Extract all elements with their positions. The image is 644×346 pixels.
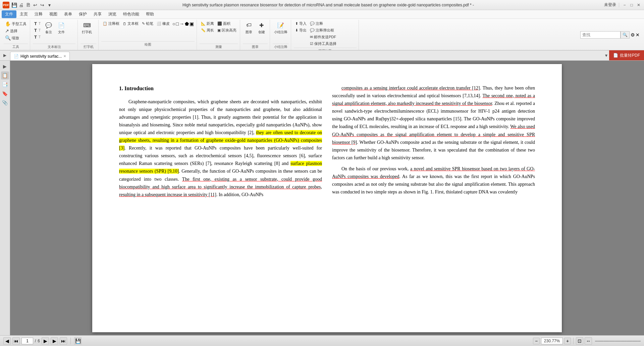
restore-button[interactable]: □ <box>629 2 634 8</box>
window-title: High senstivity surface plasmon resonanc… <box>52 3 604 7</box>
save-icon[interactable]: 💾 <box>11 2 17 8</box>
zoom-tool-btn[interactable]: 🔍缩放 <box>4 35 28 41</box>
status-bar: ◀ ⏮ / 6 ▶ ▶ ⏭ 💾 − 230.77% + ⊡ ↔ ────────… <box>0 335 644 346</box>
highlight-1: they are often used to decorate on graph… <box>119 130 322 151</box>
zoom-in-btn[interactable]: + <box>564 338 571 344</box>
stamp-btn[interactable]: 🏷 图章 <box>243 20 255 35</box>
menu-annotation[interactable]: 注释 <box>31 10 46 18</box>
distance-btn[interactable]: 📐距离 <box>200 20 215 27</box>
annotation-popup-btn[interactable]: 💬注释弹出框 <box>309 27 338 34</box>
create-stamp-btn[interactable]: ✚ 创建 <box>256 20 268 35</box>
arrow-shape-btn[interactable]: → <box>179 21 184 26</box>
sidebar-thumbnail-btn[interactable]: 📋 <box>1 71 9 79</box>
menu-file[interactable]: 文件 <box>2 10 16 18</box>
redo-icon[interactable]: ↪ <box>39 2 45 8</box>
rect-shape-btn[interactable]: □ <box>176 21 178 26</box>
menu-home[interactable]: 主页 <box>16 10 31 18</box>
search-settings-btn[interactable]: ⚙ <box>631 32 635 38</box>
circle-shape-btn[interactable]: ○ <box>172 21 175 26</box>
text-btn-3[interactable]: T T <box>33 34 42 40</box>
text-box-btn[interactable]: 🗒文本框 <box>121 20 140 27</box>
zoom-level: 230.77% <box>544 339 560 343</box>
note-btn[interactable]: 💬 备注 <box>43 20 55 35</box>
batch-convert-btn[interactable]: 📄 批量转PDF <box>609 50 644 60</box>
search-input[interactable] <box>580 31 621 39</box>
keep-tool-btn[interactable]: ☑保持工具选择 <box>309 41 338 47</box>
sidebar-bookmark-btn[interactable]: 📑 <box>1 80 9 89</box>
ribbon-group-manage-label: 管理注释 <box>294 48 357 51</box>
total-pages: 6 <box>38 339 40 343</box>
menu-browse[interactable]: 浏览 <box>105 10 120 18</box>
polygon-shape-btn[interactable]: ⬟ <box>185 21 189 26</box>
undo-icon[interactable]: ↩ <box>32 2 38 8</box>
zoom-out-btn[interactable]: − <box>533 338 540 344</box>
preview-icon[interactable]: 🖹 <box>25 2 31 8</box>
fit-page-btn[interactable]: ⊡ <box>576 337 583 345</box>
zoom-controls: − 230.77% + ⊡ ↔ ──────────────── <box>533 337 641 345</box>
prev-page-btn[interactable]: ◀ <box>3 337 11 345</box>
title-bar: PDF 💾 🖨 🖹 ↩ ↪ ▾ High senstivity surface … <box>0 0 644 10</box>
expand-panel-btn[interactable]: ▶ <box>2 52 8 58</box>
pdf-left-col: 1. Introduction Graphene-nanoparticle co… <box>119 84 322 198</box>
text-btn-1[interactable]: T T <box>33 20 42 27</box>
customize-icon[interactable]: ▾ <box>46 2 52 8</box>
print-icon[interactable]: 🖨 <box>18 2 24 8</box>
text-btn-2[interactable]: T T <box>33 27 42 34</box>
pencil-btn[interactable]: ✎铅笔 <box>141 20 155 27</box>
login-button[interactable]: 未登录 <box>604 2 616 8</box>
hand-tool-btn[interactable]: ✋手型工具 <box>4 20 28 27</box>
tab-dropdown-btn[interactable]: ▾ <box>603 53 609 58</box>
pdf-area[interactable]: 1. Introduction Graphene-nanoparticle co… <box>10 61 644 335</box>
menu-view[interactable]: 视图 <box>46 10 61 18</box>
ribbon-group-type: ⌨ 打字机 打字机 <box>78 20 99 50</box>
block-highlight-btn[interactable]: ▣ <box>190 21 194 26</box>
annotation-btn[interactable]: 💬注释 <box>309 20 338 27</box>
ribbon-group-summary: 📝 小结注释 小结注释 <box>271 20 291 50</box>
play-btn[interactable]: ▶ <box>51 337 58 345</box>
sidebar-expand-btn[interactable]: ▶ <box>1 62 9 70</box>
search-button[interactable]: 🔍 <box>621 31 630 39</box>
import-btn[interactable]: ⬆导入 <box>294 20 308 27</box>
ribbon-group-draw-label: 绘图 <box>101 41 195 47</box>
menu-help[interactable]: 帮助 <box>143 10 157 18</box>
first-page-btn[interactable]: ⏮ <box>12 337 20 345</box>
main-area: ▶ 📋 📑 🔖 📎 1. Introduction Graphene-nanop… <box>0 61 644 335</box>
last-page-btn[interactable]: ⏭ <box>60 337 67 345</box>
section-title: 1. Introduction <box>119 84 322 93</box>
block-highlight2-btn[interactable]: ▣区块高亮 <box>216 27 238 34</box>
page-input[interactable] <box>21 338 33 344</box>
perimeter-btn[interactable]: 📏周长 <box>200 27 215 34</box>
next-page-btn[interactable]: ▶ <box>42 337 49 345</box>
menu-share[interactable]: 共享 <box>90 10 105 18</box>
pdf-content: 1. Introduction Graphene-nanoparticle co… <box>119 84 535 198</box>
file-btn[interactable]: 📄 文件 <box>55 20 67 35</box>
ribbon-group-draw: 📋注释框 🗒文本框 ✎铅笔 ⬜橡皮 ○ □ → ⬟ ▣ 绘图 <box>99 20 197 50</box>
sidebar-attachment-btn[interactable]: 📎 <box>1 99 9 107</box>
ribbon-group-text-label: 文本标注 <box>33 44 75 49</box>
export-btn[interactable]: ⬇导出 <box>294 27 308 34</box>
summary-btn[interactable]: 📝 小结注释 <box>273 20 289 35</box>
tab-close-btn[interactable]: ✕ <box>63 54 66 58</box>
page-separator: / <box>35 339 36 343</box>
ribbon-group-type-label: 打字机 <box>80 44 96 49</box>
zoom-slider-label: ──────────────── <box>595 339 641 343</box>
typewriter-btn[interactable]: ⌨ 打字机 <box>80 20 93 35</box>
annotation-box-btn[interactable]: 📋注释框 <box>101 20 121 27</box>
menu-form[interactable]: 表单 <box>61 10 75 18</box>
underline-1: The first one, existing as a sensor subs… <box>119 177 322 197</box>
save-status-btn[interactable]: 💾 <box>74 337 82 345</box>
search-close-btn[interactable]: ✕ <box>636 32 640 38</box>
select-tool-btn[interactable]: ↗选择 <box>4 27 28 34</box>
minimize-button[interactable]: − <box>622 2 627 8</box>
menu-protect[interactable]: 保护 <box>75 10 90 18</box>
sidebar-outline-btn[interactable]: 🔖 <box>1 90 9 98</box>
window-controls: 未登录 − □ ✕ <box>604 2 641 8</box>
close-button[interactable]: ✕ <box>636 2 641 8</box>
area-btn[interactable]: ⬛面积 <box>216 20 238 27</box>
ribbon-group-stamp: 🏷 图章 ✚ 创建 图章 <box>241 20 270 50</box>
menu-features[interactable]: 特色功能 <box>120 10 143 18</box>
email-pdf-btn[interactable]: ✉邮件发送PDF <box>309 34 338 40</box>
fit-width-btn[interactable]: ↔ <box>585 337 592 345</box>
tab-0[interactable]: 📄 High senstivity surfac... ✕ <box>10 52 70 60</box>
eraser-btn[interactable]: ⬜橡皮 <box>155 20 171 27</box>
